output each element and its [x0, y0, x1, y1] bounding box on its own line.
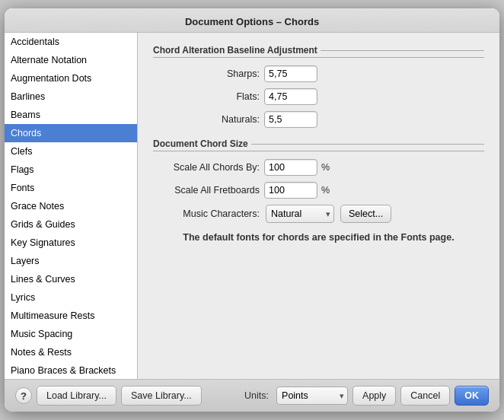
- flats-row: Flats:: [153, 88, 484, 105]
- scale-fretboards-percent: %: [321, 185, 330, 196]
- sidebar-item-chords[interactable]: Chords: [5, 124, 137, 142]
- sidebar-item-piano-braces[interactable]: Piano Braces & Brackets: [5, 361, 137, 379]
- sidebar-item-fonts[interactable]: Fonts: [5, 179, 137, 197]
- units-dropdown[interactable]: PointsInchesCentimetersEvpus: [276, 387, 348, 405]
- sidebar-item-lyrics[interactable]: Lyrics: [5, 288, 137, 307]
- section1-title: Chord Alteration Baseline Adjustment: [153, 45, 484, 58]
- load-library-button[interactable]: Load Library...: [37, 386, 116, 406]
- apply-button[interactable]: Apply: [352, 386, 396, 406]
- units-select-wrapper: PointsInchesCentimetersEvpus: [276, 387, 348, 405]
- main-content: AccidentalsAlternate NotationAugmentatio…: [5, 33, 499, 379]
- music-characters-label: Music Characters:: [161, 208, 260, 219]
- ok-button[interactable]: OK: [455, 386, 489, 406]
- help-button[interactable]: ?: [15, 387, 32, 404]
- scale-chords-percent: %: [321, 162, 330, 173]
- sidebar-item-alternate-notation[interactable]: Alternate Notation: [5, 51, 137, 69]
- flats-input[interactable]: [264, 88, 317, 105]
- sharps-label: Sharps:: [168, 68, 260, 79]
- scale-chords-row: Scale All Chords By: %: [153, 159, 484, 176]
- footer: ? Load Library... Save Library... Units:…: [5, 379, 499, 412]
- naturals-input[interactable]: [264, 111, 317, 128]
- sidebar-item-flags[interactable]: Flags: [5, 161, 137, 179]
- content-area: Chord Alteration Baseline Adjustment Sha…: [138, 33, 499, 379]
- flats-label: Flats:: [168, 91, 260, 102]
- sidebar: AccidentalsAlternate NotationAugmentatio…: [5, 33, 138, 379]
- sidebar-item-notes-rests[interactable]: Notes & Rests: [5, 343, 137, 361]
- save-library-button[interactable]: Save Library...: [121, 386, 202, 406]
- music-characters-dropdown[interactable]: NaturalSharpFlat: [266, 205, 334, 223]
- select-button[interactable]: Select...: [340, 205, 391, 223]
- scale-chords-label: Scale All Chords By:: [168, 162, 260, 173]
- info-text: The default fonts for chords are specifi…: [153, 232, 484, 243]
- sidebar-item-clefs[interactable]: Clefs: [5, 142, 137, 161]
- units-label: Units:: [244, 390, 269, 401]
- sharps-row: Sharps:: [153, 65, 484, 82]
- scale-fretboards-label: Scale All Fretboards: [168, 185, 260, 196]
- sidebar-item-multimeasure-rests[interactable]: Multimeasure Rests: [5, 307, 137, 325]
- sharps-input[interactable]: [264, 65, 317, 82]
- scale-fretboards-input[interactable]: [264, 182, 317, 199]
- section2-title: Document Chord Size: [153, 138, 484, 151]
- sidebar-item-augmentation-dots[interactable]: Augmentation Dots: [5, 69, 137, 88]
- sidebar-item-accidentals[interactable]: Accidentals: [5, 33, 137, 51]
- sidebar-item-barlines[interactable]: Barlines: [5, 88, 137, 106]
- music-characters-select-wrapper: NaturalSharpFlat: [266, 205, 334, 223]
- sidebar-item-beams[interactable]: Beams: [5, 106, 137, 124]
- sidebar-item-grace-notes[interactable]: Grace Notes: [5, 197, 137, 215]
- naturals-label: Naturals:: [168, 114, 260, 125]
- sidebar-item-key-signatures[interactable]: Key Signatures: [5, 234, 137, 252]
- scale-chords-input[interactable]: [264, 159, 317, 176]
- sidebar-item-layers[interactable]: Layers: [5, 252, 137, 270]
- scale-fretboards-row: Scale All Fretboards %: [153, 182, 484, 199]
- dialog: Document Options – Chords AccidentalsAlt…: [5, 8, 499, 412]
- sidebar-item-lines-curves[interactable]: Lines & Curves: [5, 270, 137, 288]
- sidebar-item-grids-guides[interactable]: Grids & Guides: [5, 215, 137, 234]
- sidebar-item-music-spacing[interactable]: Music Spacing: [5, 325, 137, 343]
- naturals-row: Naturals:: [153, 111, 484, 128]
- cancel-button[interactable]: Cancel: [400, 386, 450, 406]
- dialog-title: Document Options – Chords: [5, 8, 499, 33]
- music-characters-row: Music Characters: NaturalSharpFlat Selec…: [153, 205, 484, 223]
